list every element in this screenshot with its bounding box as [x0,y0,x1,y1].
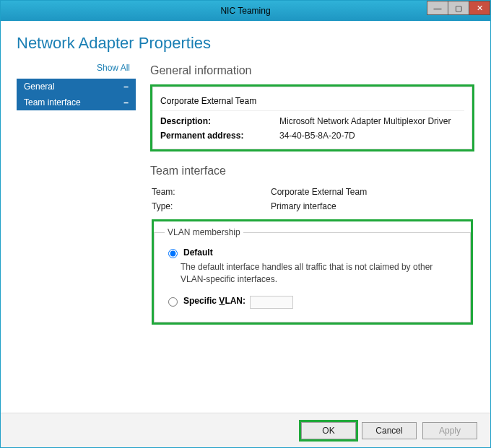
vlan-default-radio[interactable] [168,249,178,258]
vlan-id-input[interactable] [250,296,293,309]
sidebar-item-team-interface[interactable]: Team interface – [17,95,136,110]
perm-address-value: 34-40-B5-8A-20-7D [279,131,464,141]
sidebar-item-general[interactable]: General – [17,79,136,95]
section-heading-general: General information [150,64,474,77]
minimize-button[interactable]: — [427,1,448,15]
sidebar-item-badge: – [123,97,129,107]
ok-button[interactable]: OK [301,422,356,439]
apply-button[interactable]: Apply [422,422,477,439]
description-value: Microsoft Network Adapter Multiplexor Dr… [279,116,464,126]
window-controls: — ▢ ✕ [427,1,490,15]
team-value: Corporate External Team [271,187,473,197]
sidebar: Show All General – Team interface – [17,63,143,407]
vlan-specific-radio[interactable] [168,297,178,307]
team-label: Team: [152,187,271,197]
content-area: Network Adapter Properties Show All Gene… [1,21,490,413]
sidebar-item-badge: – [123,82,129,92]
adapter-name-row: Corporate External Team [160,93,464,111]
sidebar-item-label: Team interface [24,97,81,107]
page-title: Network Adapter Properties [17,34,474,53]
type-value: Primary interface [271,201,473,211]
vlan-default-row[interactable]: Default [165,245,460,261]
window-title: NIC Teaming [220,6,270,16]
main-row: Show All General – Team interface – Gene… [17,63,474,407]
perm-address-label: Permanent address: [160,131,279,141]
titlebar[interactable]: NIC Teaming — ▢ ✕ [1,1,490,21]
close-button[interactable]: ✕ [469,1,490,15]
type-label: Type: [152,201,271,211]
team-interface-block: Team: Corporate External Team Type: Prim… [150,185,474,325]
sidebar-item-label: General [24,82,55,92]
adapter-name: Corporate External Team [160,96,256,106]
vlan-fieldset: VLAN membership Default The default inte… [154,227,471,322]
show-all-link[interactable]: Show All [17,63,136,79]
highlight-general: Corporate External Team Description: Mic… [150,84,474,151]
team-row: Team: Corporate External Team [152,185,473,199]
cancel-button[interactable]: Cancel [362,422,417,439]
detail-panel: General information Corporate External T… [143,63,474,407]
type-row: Type: Primary interface [152,199,473,214]
perm-address-row: Permanent address: 34-40-B5-8A-20-7D [160,128,464,143]
description-label: Description: [160,116,279,126]
vlan-specific-label: Specific VLAN: [183,296,246,306]
general-info-box: Corporate External Team Description: Mic… [152,87,472,149]
vlan-default-label: Default [183,247,213,258]
maximize-button[interactable]: ▢ [448,1,469,15]
section-heading-team-interface: Team interface [150,164,474,177]
button-bar: OK Cancel Apply [1,413,490,447]
window-frame: NIC Teaming — ▢ ✕ Network Adapter Proper… [0,0,491,448]
highlight-vlan: VLAN membership Default The default inte… [152,219,473,325]
vlan-legend: VLAN membership [165,227,243,237]
vlan-specific-row[interactable]: Specific VLAN: [165,293,460,312]
description-row: Description: Microsoft Network Adapter M… [160,114,464,128]
vlan-default-description: The default interface handles all traffi… [181,261,460,286]
